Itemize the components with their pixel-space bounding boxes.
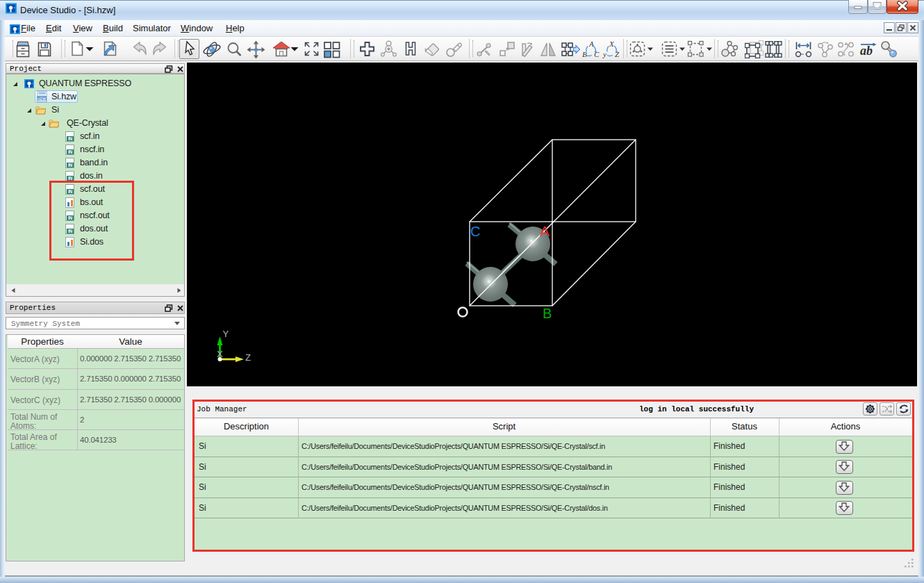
- svg-text:HZW: HZW: [38, 97, 47, 101]
- svg-text:Z: Z: [245, 352, 251, 363]
- svg-text:ab: ab: [860, 44, 873, 58]
- svg-text:B: B: [543, 306, 552, 321]
- svg-text:Y: Y: [223, 329, 229, 339]
- svg-text:C: C: [470, 224, 480, 239]
- svg-text:A: A: [588, 40, 594, 48]
- svg-text:X: X: [609, 40, 615, 48]
- svg-text:y: y: [602, 50, 607, 58]
- svg-text:A: A: [540, 223, 550, 239]
